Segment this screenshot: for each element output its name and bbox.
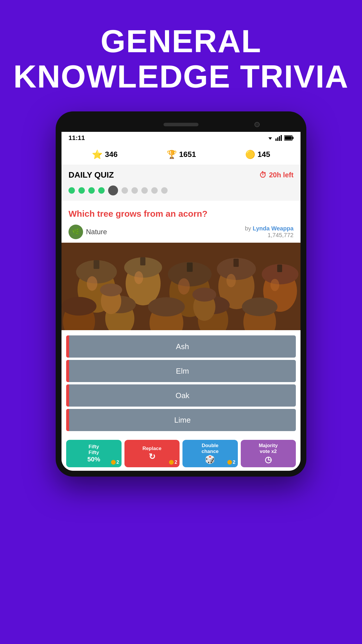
question-image <box>61 243 301 330</box>
answer-indicator-lime <box>66 409 69 431</box>
progress-dots <box>61 183 301 201</box>
svg-point-24 <box>226 274 236 287</box>
battery-icon <box>284 135 294 141</box>
category-icon: 🌿 <box>68 225 83 239</box>
page-title: GENERAL KNOWLEDGE TRIVIA <box>13 23 349 94</box>
svg-rect-19 <box>187 262 193 272</box>
svg-point-42 <box>192 288 216 302</box>
acorns-illustration <box>61 243 301 330</box>
trophy-value: 1651 <box>179 150 196 159</box>
double-chance-cost: 2 <box>227 460 236 465</box>
svg-rect-3 <box>279 136 280 141</box>
powerup-fifty-fifty[interactable]: FiftyFifty 50% 2 <box>66 440 122 467</box>
progress-dot-3 <box>88 187 95 194</box>
answer-text-ash: Ash <box>69 335 296 358</box>
svg-rect-4 <box>281 135 282 141</box>
star-icon: ⭐ <box>92 149 103 160</box>
stars-stat: ⭐ 346 <box>92 149 117 160</box>
svg-point-34 <box>148 297 185 316</box>
svg-point-30 <box>61 297 96 316</box>
phone-screen: 11:11 ⭐ <box>61 132 301 471</box>
svg-point-28 <box>270 279 279 291</box>
replace-cost: 2 <box>169 460 177 465</box>
answer-indicator-ash <box>66 335 69 358</box>
phone-mockup: 11:11 ⭐ <box>56 111 306 477</box>
question-text: Which tree grows from an acorn? <box>68 208 294 220</box>
majority-vote-icon: ◷ <box>265 455 272 464</box>
powerup-replace[interactable]: Replace ↻ 2 <box>124 440 180 467</box>
fifty-fifty-label: FiftyFifty <box>89 444 99 456</box>
powerup-majority-vote[interactable]: Majorityvote x2 ◷ <box>241 440 296 467</box>
powerup-double-chance[interactable]: Doublechance 🎲 2 <box>182 440 238 467</box>
answer-option-lime[interactable]: Lime <box>66 409 296 431</box>
fifty-fifty-cost: 2 <box>111 460 119 465</box>
svg-rect-1 <box>275 139 277 141</box>
svg-marker-0 <box>268 137 272 140</box>
coins-value: 145 <box>258 150 270 159</box>
trophy-stat: 🏆 1651 <box>167 150 196 159</box>
answer-text-elm: Elm <box>69 360 296 382</box>
phone-speaker <box>164 123 198 126</box>
replace-icon: ↻ <box>149 452 155 461</box>
svg-rect-23 <box>233 259 239 267</box>
daily-quiz-label: DAILY QUIZ <box>68 170 114 180</box>
category-name: Nature <box>86 228 107 236</box>
fifty-fifty-value: 50% <box>87 456 100 463</box>
signal-icon <box>275 134 282 141</box>
category-row: 🌿 Nature by Lynda Weappa 1,745,772 <box>68 225 294 239</box>
replace-label: Replace <box>143 446 161 452</box>
double-chance-label: Doublechance <box>201 443 219 455</box>
status-time: 11:11 <box>68 134 85 142</box>
time-left-value: 20h left <box>269 171 294 179</box>
cost-coin-2 <box>169 460 174 465</box>
svg-rect-7 <box>285 136 292 140</box>
time-left: ⏱ 20h left <box>259 171 294 180</box>
category-badge: 🌿 Nature <box>68 225 107 239</box>
progress-dot-5 <box>108 186 118 195</box>
author-score: 1,745,772 <box>268 232 294 238</box>
svg-rect-11 <box>94 260 99 269</box>
majority-vote-label: Majorityvote x2 <box>259 443 278 455</box>
svg-point-40 <box>100 284 122 296</box>
question-area: Which tree grows from an acorn? 🌿 Nature… <box>61 201 301 243</box>
quiz-header: DAILY QUIZ ⏱ 20h left <box>61 165 301 183</box>
cost-coin-3 <box>227 460 232 465</box>
coin-icon: 🟡 <box>245 150 255 159</box>
coins-stat: 🟡 145 <box>245 150 270 159</box>
stars-value: 346 <box>105 150 117 159</box>
answer-option-ash[interactable]: Ash <box>66 335 296 358</box>
svg-rect-6 <box>292 137 294 139</box>
status-icons <box>267 134 294 141</box>
cost-coin-1 <box>111 460 116 465</box>
trophy-icon: 🏆 <box>167 150 177 159</box>
answers-container: Ash Elm Oak Lime <box>61 330 301 436</box>
wifi-icon <box>267 134 274 141</box>
svg-rect-15 <box>140 257 145 265</box>
author-info: by Lynda Weappa 1,745,772 <box>245 225 294 239</box>
progress-dot-4 <box>98 187 105 194</box>
answer-indicator-oak <box>66 384 69 407</box>
author-name: Lynda Weappa <box>253 225 294 232</box>
progress-dot-2 <box>78 187 85 194</box>
progress-dot-8 <box>141 187 148 194</box>
phone-camera <box>254 122 260 127</box>
progress-dot-6 <box>122 187 128 194</box>
svg-rect-2 <box>277 137 278 141</box>
progress-dot-1 <box>68 187 75 194</box>
status-bar: 11:11 <box>61 132 301 144</box>
svg-point-12 <box>87 276 97 291</box>
progress-dot-9 <box>151 187 158 194</box>
answer-text-lime: Lime <box>69 409 296 431</box>
powerups-bar: FiftyFifty 50% 2 Replace ↻ 2 Doublechanc… <box>61 436 301 471</box>
author-prefix: by <box>245 225 251 232</box>
timer-icon: ⏱ <box>259 171 267 180</box>
answer-option-elm[interactable]: Elm <box>66 360 296 382</box>
answer-option-oak[interactable]: Oak <box>66 384 296 407</box>
svg-point-38 <box>242 298 277 316</box>
progress-dot-7 <box>131 187 138 194</box>
svg-point-16 <box>134 271 143 284</box>
stats-bar: ⭐ 346 🏆 1651 🟡 145 <box>61 144 301 165</box>
svg-rect-27 <box>277 265 282 272</box>
progress-dot-10 <box>161 187 168 194</box>
double-chance-icon: 🎲 <box>205 455 215 464</box>
